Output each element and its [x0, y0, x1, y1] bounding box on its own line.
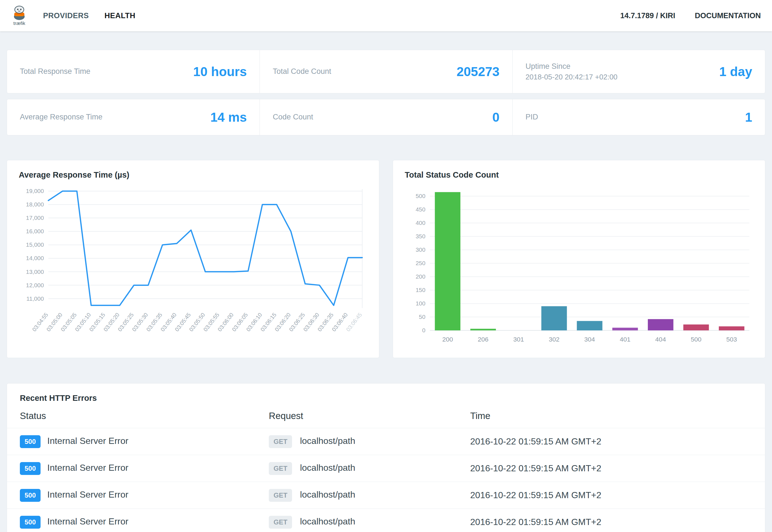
svg-text:11,000: 11,000	[26, 295, 44, 302]
stat-code-count: Code Count 0	[260, 99, 512, 135]
nav-item-documentation[interactable]: DOCUMENTATION	[695, 11, 761, 20]
uptime-since-label: Uptime Since	[526, 61, 618, 72]
error-request-cell: GETlocalhost/path	[269, 462, 470, 475]
svg-text:350: 350	[416, 233, 425, 239]
svg-text:19,000: 19,000	[26, 188, 44, 194]
svg-text:500: 500	[691, 336, 702, 343]
main-content: Total Response Time 10 hours Total Code …	[0, 31, 772, 532]
svg-text:13,000: 13,000	[26, 269, 44, 275]
stat-total-code-count: Total Code Count 205273	[260, 50, 512, 93]
method-badge: GET	[269, 489, 292, 502]
main-nav: PROVIDERS HEALTH	[43, 11, 135, 20]
request-path: localhost/path	[300, 436, 355, 446]
error-request-cell: GETlocalhost/path	[269, 516, 470, 529]
svg-text:14,000: 14,000	[26, 255, 44, 262]
stat-label: Code Count	[273, 112, 313, 123]
stat-label: Uptime Since 2018-05-20 20:42:17 +02:00	[526, 61, 618, 82]
svg-text:16,000: 16,000	[26, 228, 44, 235]
status-text: Internal Server Error	[47, 436, 128, 446]
stat-value: 10 hours	[193, 64, 247, 79]
status-text: Internal Server Error	[47, 516, 128, 526]
stat-average-response-time: Average Response Time 14 ms	[7, 99, 260, 135]
svg-text:302: 302	[549, 336, 559, 343]
navbar: træfik PROVIDERS HEALTH 14.7.1789 / KIRI…	[0, 0, 772, 31]
svg-text:150: 150	[416, 287, 425, 293]
svg-text:400: 400	[416, 220, 425, 226]
traefik-mascot-icon	[11, 5, 27, 22]
svg-text:301: 301	[513, 336, 524, 343]
stats-row-totals: Total Response Time 10 hours Total Code …	[7, 50, 765, 93]
svg-text:200: 200	[416, 273, 425, 280]
error-time-cell: 2016-10-22 01:59:15 AM GMT+2	[470, 436, 752, 447]
svg-text:250: 250	[416, 260, 425, 266]
svg-text:100: 100	[416, 300, 425, 307]
svg-text:300: 300	[416, 246, 425, 253]
error-status-cell: 500Internal Server Error	[20, 462, 269, 475]
recent-http-errors-title: Recent HTTP Errors	[20, 394, 765, 403]
column-header-time: Time	[470, 411, 752, 421]
error-time-cell: 2016-10-22 01:59:15 AM GMT+2	[470, 463, 752, 474]
traefik-logo[interactable]: træfik	[11, 5, 27, 26]
version-label: 14.7.1789 / KIRI	[620, 11, 675, 20]
nav-item-providers[interactable]: PROVIDERS	[43, 11, 89, 20]
navbar-right: 14.7.1789 / KIRI DOCUMENTATION	[620, 11, 761, 20]
request-path: localhost/path	[300, 463, 355, 473]
average-response-time-line-chart: 11,00012,00013,00014,00015,00016,00017,0…	[17, 185, 369, 353]
stat-label: PID	[526, 112, 538, 123]
stat-value: 1 day	[719, 64, 752, 79]
error-time-cell: 2016-10-22 01:59:15 AM GMT+2	[470, 517, 752, 527]
response-time-chart-card: Average Response Time (µs) 11,00012,0001…	[7, 160, 379, 358]
error-status-cell: 500Internal Server Error	[20, 489, 269, 502]
uptime-since-timestamp: 2018-05-20 20:42:17 +02:00	[526, 72, 618, 82]
svg-text:50: 50	[419, 314, 425, 320]
stat-uptime-since: Uptime Since 2018-05-20 20:42:17 +02:00 …	[512, 50, 765, 93]
error-time-cell: 2016-10-22 01:59:15 AM GMT+2	[470, 490, 752, 500]
svg-text:404: 404	[655, 336, 666, 343]
stat-label: Average Response Time	[20, 112, 102, 123]
error-request-cell: GETlocalhost/path	[269, 435, 470, 448]
status-text: Internal Server Error	[47, 463, 128, 473]
charts-row: Average Response Time (µs) 11,00012,0001…	[7, 160, 765, 358]
svg-text:304: 304	[584, 336, 595, 343]
svg-text:450: 450	[416, 206, 425, 213]
traefik-health-dashboard: { "navbar": { "logo_text": "træfik", "it…	[0, 0, 772, 532]
nav-item-health[interactable]: HEALTH	[105, 11, 136, 20]
svg-text:0: 0	[422, 327, 425, 333]
stat-value: 14 ms	[210, 110, 247, 125]
request-path: localhost/path	[300, 516, 355, 526]
error-status-cell: 500Internal Server Error	[20, 516, 269, 529]
status-badge: 500	[20, 435, 41, 448]
error-row[interactable]: 500Internal Server Error GETlocalhost/pa…	[7, 509, 765, 532]
status-code-chart-card: Total Status Code Count 0501001502002503…	[393, 160, 765, 358]
method-badge: GET	[269, 516, 292, 529]
stat-label: Total Response Time	[20, 66, 90, 77]
svg-text:200: 200	[442, 336, 453, 343]
svg-text:18,000: 18,000	[26, 201, 44, 208]
stats-row-current: Average Response Time 14 ms Code Count 0…	[7, 99, 765, 135]
status-badge: 500	[20, 516, 41, 529]
svg-text:401: 401	[620, 336, 630, 343]
total-status-code-bar-chart: 0501001502002503003504004505002002063013…	[403, 185, 755, 353]
stat-label: Total Code Count	[273, 66, 331, 77]
column-header-status: Status	[20, 411, 269, 421]
status-badge: 500	[20, 489, 41, 502]
status-code-chart-title: Total Status Code Count	[405, 170, 755, 180]
request-path: localhost/path	[300, 489, 355, 500]
svg-text:15,000: 15,000	[26, 242, 44, 248]
recent-http-errors-card: Recent HTTP Errors Status Request Time 5…	[7, 383, 765, 532]
method-badge: GET	[269, 462, 292, 475]
svg-text:503: 503	[726, 336, 737, 343]
column-header-request: Request	[269, 411, 470, 421]
method-badge: GET	[269, 435, 292, 448]
svg-text:500: 500	[416, 193, 425, 199]
stat-pid: PID 1	[512, 99, 765, 135]
stat-value: 0	[492, 110, 500, 125]
errors-table-header: Status Request Time	[7, 411, 765, 428]
error-row[interactable]: 500Internal Server Error GETlocalhost/pa…	[7, 428, 765, 455]
error-row[interactable]: 500Internal Server Error GETlocalhost/pa…	[7, 455, 765, 482]
stat-value: 205273	[456, 64, 500, 79]
svg-text:12,000: 12,000	[26, 282, 44, 288]
error-row[interactable]: 500Internal Server Error GETlocalhost/pa…	[7, 482, 765, 509]
stat-total-response-time: Total Response Time 10 hours	[7, 50, 260, 93]
error-request-cell: GETlocalhost/path	[269, 489, 470, 502]
